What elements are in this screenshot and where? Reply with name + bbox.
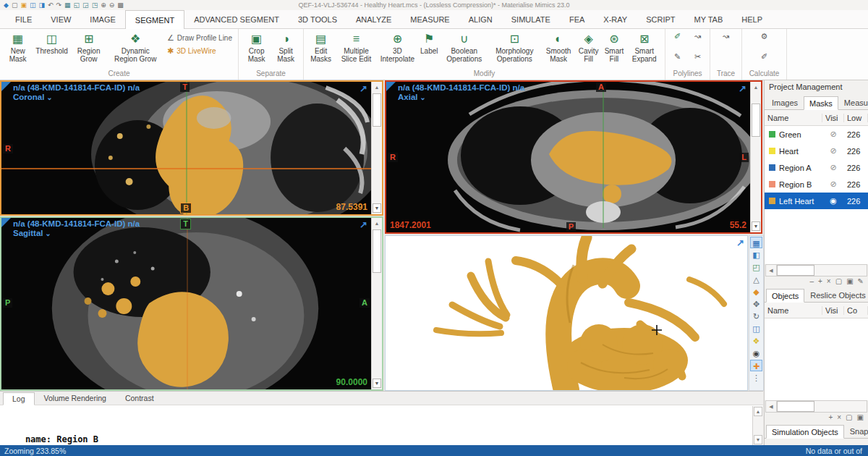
mask-row[interactable]: Heart ⊘ 226 [765,143,868,159]
3d-tool-icon[interactable]: ▦ [750,237,762,248]
quick-access-icon[interactable]: ↶ [48,1,54,9]
calculate-tool-icon[interactable]: ✐ [746,52,782,70]
3d-tool-icon[interactable]: ❖ [750,335,762,347]
mask-row[interactable]: Region B ⊘ 226 [765,176,868,193]
scroll-down-icon[interactable] [754,435,762,444]
quick-access-icon[interactable]: ◲ [82,1,89,9]
trace-tool-icon[interactable]: ↝ [715,32,737,69]
panel-action-icon[interactable]: ▢ [846,413,852,423]
3d-tool-icon[interactable]: ↻ [750,311,762,322]
visibility-icon[interactable]: ⊘ [822,180,844,189]
log-tab[interactable]: Volume Rendering [35,392,116,405]
axial-slice-image[interactable] [386,82,750,232]
log-output[interactable]: name: Region B[14:35:13] Object hidden n… [0,405,763,445]
slice-value-dropdown-icon[interactable] [373,203,381,213]
panel-action-icon[interactable]: ✎ [858,277,864,287]
panel-action-icon[interactable]: ▣ [857,413,864,423]
scroll-thumb[interactable] [777,265,814,276]
visibility-icon[interactable]: ⊘ [822,130,844,139]
column-header-visible[interactable]: Visi [822,306,844,315]
3d-tool-icon[interactable]: ◰ [750,261,762,273]
scroll-left-icon[interactable] [766,265,777,276]
simulation-tab[interactable]: Simulation Objects [766,425,844,439]
3d-tool-icon[interactable]: ◉ [750,347,762,359]
ribbon-button[interactable]: ▤ Edit Masks [307,31,335,63]
quick-access-icon[interactable]: ◫ [30,1,36,9]
polylines-tool-icon[interactable]: ✐ [670,32,685,50]
menu-tab[interactable]: FEA [560,10,594,28]
project-tab[interactable]: Measureme [838,96,868,109]
scroll-thumb[interactable] [752,104,760,137]
panel-action-icon[interactable]: ▣ [846,277,853,287]
slice-value-dropdown-icon[interactable] [752,221,760,231]
polylines-tool-icon[interactable]: ✎ [670,52,685,70]
coronal-scrollbar[interactable] [371,82,382,214]
coronal-plane-dropdown[interactable]: Coronal [13,93,140,102]
axial-plane-dropdown[interactable]: Axial [398,93,524,102]
ribbon-button[interactable]: ◈ Cavity Fill [576,31,602,63]
scroll-thumb[interactable] [373,229,381,273]
objects-tab[interactable]: Objects [766,289,804,303]
panel-action-icon[interactable]: + [818,277,822,287]
column-header-name[interactable]: Name [765,306,822,315]
ribbon-button[interactable]: ⊕ 3D Interpolate [378,31,417,63]
panel-action-icon[interactable]: × [827,277,831,287]
scroll-left-icon[interactable] [766,401,777,412]
visibility-icon[interactable]: ⊘ [822,146,844,156]
expand-viewport-icon[interactable] [739,84,746,93]
3d-tool-icon[interactable]: ◆ [750,286,762,297]
panel-action-icon[interactable]: + [828,413,833,423]
objects-tab[interactable]: Reslice Objects [804,288,868,302]
ribbon-button[interactable]: ◫ Threshold [33,31,70,63]
panel-action-icon[interactable]: – [809,277,814,287]
3d-tool-icon[interactable]: ✥ [750,298,762,310]
menu-tab[interactable]: SIMULATE [502,10,560,28]
column-header-contrast[interactable]: Co [844,306,868,315]
ribbon-button[interactable]: ◑ Split Mask [271,31,300,63]
quick-access-icon[interactable]: ◨ [38,1,45,9]
3d-tool-icon[interactable]: △ [750,274,762,285]
ribbon-button[interactable]: ⚑ Label [417,31,441,55]
menu-tab[interactable]: ALIGN [459,10,502,28]
3d-tool-icon[interactable]: ✚ [750,360,762,371]
axial-scrollbar[interactable] [750,82,761,232]
scroll-up-icon[interactable] [752,83,760,92]
menu-tab[interactable]: IMAGE [80,10,124,28]
menu-tab[interactable]: MEASURE [401,10,459,28]
menu-tab[interactable]: MY TAB [685,10,733,28]
log-scrollbar[interactable] [752,406,763,445]
ribbon-button[interactable]: ❖ Dynamic Region Grow [107,31,164,63]
column-header-visible[interactable]: Visi [822,114,844,122]
slice-value-dropdown-icon[interactable] [373,379,381,388]
quick-access-icon[interactable]: ▣ [20,1,27,9]
ribbon-button[interactable]: ▣ Crop Mask [242,31,271,63]
ribbon-button[interactable]: ⊡ Morphology Operations [488,31,542,63]
quick-access-icon[interactable]: ⊖ [109,1,115,9]
quick-access-icon[interactable]: ◳ [92,1,98,9]
expand-viewport-icon[interactable] [736,238,744,248]
masks-hscrollbar[interactable] [765,264,867,276]
ribbon-button[interactable]: ▦ New Mask [3,31,33,63]
quick-access-icon[interactable]: ⊕ [101,1,106,9]
column-header-name[interactable]: Name [765,114,822,122]
panel-action-icon[interactable]: × [837,413,841,423]
ribbon-small-button[interactable]: ✱ 3D LiveWire [167,46,232,56]
menu-tab[interactable]: HELP [732,10,772,28]
mask-row[interactable]: Region A ⊘ 226 [765,159,868,176]
sagittal-scrollbar[interactable] [371,218,382,389]
menu-tab[interactable]: ADVANCED SEGMENT [184,10,289,28]
quick-access-icon[interactable]: ↷ [56,1,62,9]
panel-action-icon[interactable]: ▢ [835,277,842,287]
polylines-tool-icon[interactable]: ↝ [690,32,705,50]
mask-row[interactable]: Left Heart ◉ 226 [765,193,868,209]
menu-tab[interactable]: SEGMENT [125,10,184,29]
scroll-thumb[interactable] [373,93,381,127]
ribbon-button[interactable]: ◐ Smooth Mask [542,31,576,63]
menu-tab[interactable]: 3D TOOLS [289,10,346,28]
scroll-up-icon[interactable] [754,407,762,416]
menu-tab[interactable]: FILE [6,10,41,28]
3d-tool-icon[interactable]: ◫ [750,323,762,334]
column-header-low[interactable]: Low [844,114,868,122]
menu-tab[interactable]: ANALYZE [346,10,401,28]
quick-access-icon[interactable]: ▢ [12,1,18,9]
